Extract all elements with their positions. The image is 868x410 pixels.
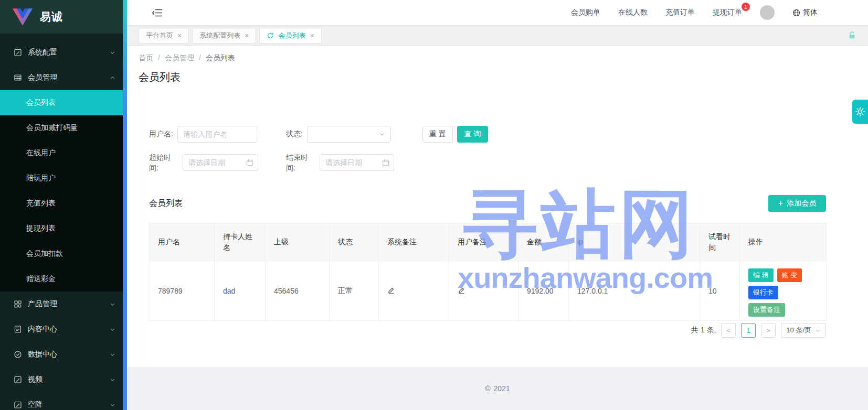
close-icon[interactable]: ×: [310, 32, 314, 39]
sidebar-scrollbar[interactable]: [123, 0, 127, 410]
language-label: 简体: [803, 8, 818, 17]
tab-platform-home[interactable]: 平台首页 ×: [139, 28, 189, 44]
account-change-button[interactable]: 账 变: [777, 268, 802, 282]
cell-amount: 9192.00: [518, 261, 569, 321]
refresh-icon[interactable]: [267, 32, 274, 39]
sidebar-item-content-center[interactable]: 内容中心: [0, 317, 123, 342]
topbar-link-online-count[interactable]: 在线人数: [618, 8, 648, 17]
sidebar-item-gift-bonus[interactable]: 赠送彩金: [0, 266, 123, 292]
topbar-link-withdraw-orders[interactable]: 提现订单 1: [713, 8, 742, 17]
page-1-button[interactable]: 1: [741, 323, 756, 338]
page-size-select[interactable]: 10 条/页: [781, 323, 826, 338]
language-switcher[interactable]: 简体: [792, 8, 818, 17]
sidebar-item-member-adjust[interactable]: 会员加扣款: [0, 241, 123, 266]
col-username: 用户名: [150, 223, 215, 261]
cell-actions: 编 辑账 变银行卡 设置备注: [740, 261, 827, 321]
status-select[interactable]: [307, 126, 391, 143]
notification-badge: 1: [742, 3, 750, 11]
search-button[interactable]: 查 询: [457, 126, 488, 143]
sidebar-item-system-config[interactable]: 系统配置: [0, 40, 123, 65]
sidebar-item-label: 空降: [28, 400, 43, 409]
submenu-label: 赠送彩金: [26, 274, 56, 284]
breadcrumb-member-mgmt: 会员管理: [165, 53, 194, 63]
tab-member-list[interactable]: 会员列表 ×: [259, 28, 321, 44]
sidebar-item-label: 会员管理: [28, 73, 57, 82]
cell-status: 正常: [330, 261, 379, 321]
start-date-input[interactable]: [183, 154, 258, 171]
sidebar: 易诚 系统配置 会员管理 会员列表 会员加减打码量 在线用户: [0, 0, 123, 410]
col-user-remark: 用户备注: [449, 223, 518, 261]
globe-icon: [792, 9, 800, 17]
edit-button[interactable]: 编 辑: [748, 268, 774, 282]
page-title: 会员列表: [139, 70, 181, 84]
col-status: 状态: [330, 223, 379, 261]
unlock-icon[interactable]: [848, 31, 856, 40]
edit-square-icon: [14, 375, 22, 384]
reset-button[interactable]: 重 置: [422, 126, 453, 143]
bank-card-button[interactable]: 银行卡: [748, 286, 778, 299]
topbar-link-recharge-orders[interactable]: 充值订单: [665, 8, 695, 17]
sidebar-item-product-mgmt[interactable]: 产品管理: [0, 292, 123, 317]
sidebar-item-data-center[interactable]: 数据中心: [0, 342, 123, 367]
close-icon[interactable]: ×: [245, 32, 249, 39]
sidebar-item-label: 视频: [28, 375, 43, 384]
gear-icon: [855, 106, 865, 117]
admin-page: 易诚 系统配置 会员管理 会员列表 会员加减打码量 在线用户: [0, 0, 868, 410]
edit-pencil-icon[interactable]: [458, 286, 465, 294]
start-time-label: 起始时间:: [149, 152, 178, 174]
sidebar-item-recharge-list[interactable]: 充值列表: [0, 191, 123, 216]
end-date-input[interactable]: [320, 154, 394, 171]
add-member-button[interactable]: + 添加会员: [768, 195, 826, 212]
avatar[interactable]: [760, 5, 775, 20]
cell-system-remark: [379, 261, 449, 321]
chevron-down-icon: [110, 402, 115, 408]
submenu-label: 陪玩用户: [26, 174, 56, 183]
close-icon[interactable]: ×: [177, 32, 182, 39]
member-mgmt-submenu: 会员列表 会员加减打码量 在线用户 陪玩用户 充值列表 提现列表 会员加扣款 赠…: [0, 90, 123, 292]
prev-page-button[interactable]: <: [721, 323, 736, 338]
edit-pencil-icon[interactable]: [387, 286, 395, 294]
sidebar-fold-icon[interactable]: [152, 8, 163, 17]
pagination-total: 共 1 条,: [691, 326, 716, 335]
topbar: 会员购单 在线人数 充值订单 提现订单 1 简体: [127, 0, 868, 25]
sidebar-item-withdraw-list[interactable]: 提现列表: [0, 216, 123, 241]
cell-user-remark: [449, 261, 518, 321]
breadcrumb-home[interactable]: 首页: [139, 53, 153, 63]
sidebar-item-online-users[interactable]: 在线用户: [0, 141, 123, 166]
cell-username: 789789: [150, 261, 215, 321]
username-input[interactable]: [177, 126, 257, 143]
chevron-down-icon: [110, 327, 115, 332]
breadcrumb-separator: /: [158, 53, 160, 63]
cell-parent: 456456: [266, 261, 330, 321]
col-amount: 金额: [518, 223, 569, 261]
next-page-button[interactable]: >: [761, 323, 776, 338]
sidebar-item-member-coding[interactable]: 会员加减打码量: [0, 115, 123, 141]
copyright-icon: ©: [485, 384, 490, 393]
sidebar-menu: 系统配置 会员管理 会员列表 会员加减打码量 在线用户 陪玩用户 充值列表 提现…: [0, 34, 123, 410]
submenu-label: 会员加扣款: [26, 249, 63, 258]
table-row: 789789 dad 456456 正常: [150, 261, 827, 321]
settings-fab[interactable]: [852, 100, 868, 124]
col-cardholder: 持卡人姓名: [215, 223, 266, 261]
submenu-label: 在线用户: [26, 148, 56, 158]
sidebar-item-video[interactable]: 视频: [0, 367, 123, 392]
tab-bar: 平台首页 × 系统配置列表 × 会员列表 ×: [127, 25, 868, 46]
sidebar-item-member-mgmt[interactable]: 会员管理: [0, 65, 123, 90]
col-trial-time: 试看时间: [700, 223, 740, 261]
tab-system-config-list[interactable]: 系统配置列表 ×: [192, 28, 256, 44]
brand-name: 易诚: [40, 9, 63, 24]
sidebar-item-companion-users[interactable]: 陪玩用户: [0, 166, 123, 191]
set-remark-button[interactable]: 设置备注: [748, 303, 785, 317]
sidebar-item-member-list[interactable]: 会员列表: [0, 90, 123, 115]
sidebar-item-label: 内容中心: [28, 325, 57, 334]
chevron-down-icon: [110, 377, 115, 383]
submenu-label: 会员列表: [26, 98, 56, 107]
status-label: 状态:: [286, 130, 303, 139]
page-size-value: 10 条/页: [786, 326, 811, 335]
col-actions: 操作: [740, 223, 827, 261]
chevron-up-icon: [110, 75, 115, 81]
content: 首页 / 会员管理 / 会员列表 会员列表 用户名: 状态:: [127, 46, 868, 367]
sidebar-item-airdrop[interactable]: 空降: [0, 392, 123, 410]
member-table: 用户名 持卡人姓名 上级 状态 系统备注 用户备注 金额 ip 试看时间 操作: [149, 223, 827, 321]
topbar-link-member-orders[interactable]: 会员购单: [571, 8, 600, 17]
